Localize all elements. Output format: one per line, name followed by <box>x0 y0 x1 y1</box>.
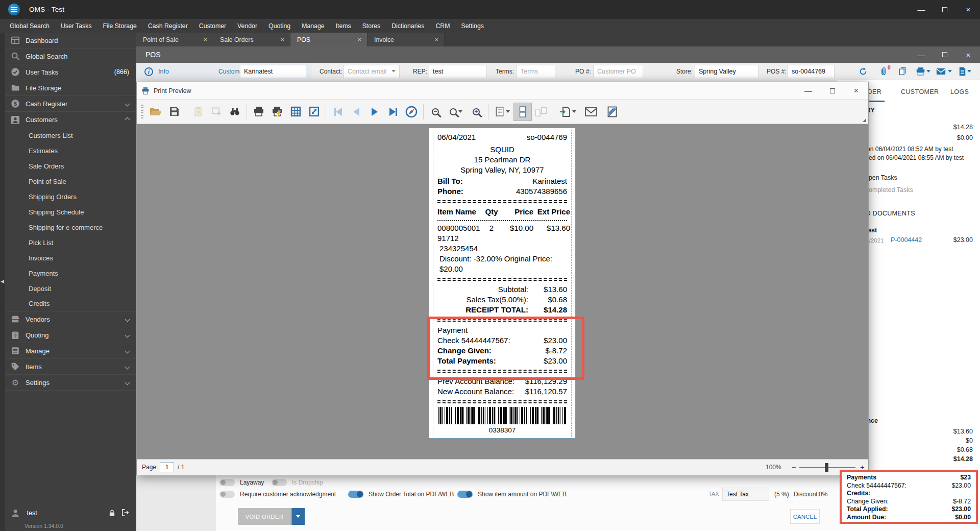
pos-number-input[interactable] <box>788 65 835 78</box>
pos-minimize-icon[interactable]: — <box>910 46 933 63</box>
sidebar-item-cash-register[interactable]: $ Cash Register <box>5 96 136 112</box>
close-tab-icon[interactable]: × <box>356 36 363 43</box>
sidebar-item-estimates[interactable]: Estimates <box>5 143 136 158</box>
quick-print-icon[interactable] <box>268 103 286 121</box>
mail-icon[interactable] <box>935 66 947 77</box>
dialog-close-icon[interactable]: × <box>844 82 868 100</box>
print-icon[interactable] <box>914 66 926 77</box>
sidebar-item-global-search[interactable]: Global Search <box>5 49 136 64</box>
document-link[interactable]: P-0004442 <box>891 236 922 244</box>
tab-logs[interactable]: LOGS <box>950 88 969 95</box>
page-view-icon[interactable] <box>491 103 513 121</box>
zoom-slider-thumb[interactable] <box>825 463 828 472</box>
close-tab-icon[interactable]: × <box>202 36 209 43</box>
export-icon[interactable] <box>556 103 579 121</box>
first-page-icon[interactable] <box>329 103 347 121</box>
logout-icon[interactable] <box>121 509 129 517</box>
menu-settings[interactable]: Settings <box>455 19 489 33</box>
next-page-icon[interactable] <box>365 103 384 121</box>
layaway-toggle[interactable] <box>219 479 235 486</box>
sidebar-item-quoting[interactable]: ? Quoting <box>5 327 136 343</box>
sidebar-item-shipping-orders[interactable]: Shipping Orders <box>5 189 136 204</box>
zoom-icon[interactable] <box>445 103 467 121</box>
sidebar-item-credits[interactable]: Credits <box>5 296 136 311</box>
sidebar-item-point-of-sale[interactable]: Point of Sale <box>5 174 136 189</box>
sidebar-item-payments[interactable]: Payments <box>5 266 136 281</box>
watermark-icon[interactable] <box>603 103 621 121</box>
minimize-icon[interactable]: — <box>910 0 933 19</box>
sidebar-collapse-rail[interactable]: ◀ <box>0 33 5 531</box>
terms-input[interactable] <box>517 65 555 78</box>
page-setup-icon[interactable] <box>207 103 226 121</box>
maximize-icon[interactable] <box>933 0 957 19</box>
close-icon[interactable]: × <box>957 0 980 19</box>
open-icon[interactable] <box>146 103 165 121</box>
facing-view-icon[interactable] <box>532 103 550 121</box>
menu-global-search[interactable]: Global Search <box>4 19 55 33</box>
tab-customer[interactable]: CUSTOMER <box>901 88 939 95</box>
clipboard-help-icon[interactable]: ? <box>189 103 207 121</box>
sidebar-item-customers-list[interactable]: Customers List <box>5 128 136 143</box>
show-order-total-toggle[interactable] <box>348 491 363 498</box>
sidebar-item-pick-list[interactable]: Pick List <box>5 235 136 250</box>
sidebar-item-items[interactable]: Items <box>5 359 136 375</box>
page-input[interactable] <box>160 462 174 472</box>
copy-icon[interactable] <box>896 66 909 77</box>
sidebar-item-settings[interactable]: ⚙ Settings <box>5 375 136 391</box>
find-icon[interactable] <box>226 103 244 121</box>
menu-file-storage[interactable]: File Storage <box>97 19 142 33</box>
sidebar-item-customers[interactable]: Customers <box>5 112 136 128</box>
sidebar-item-invoices[interactable]: Invoices <box>5 250 136 266</box>
discount-value[interactable]: 0% <box>819 491 827 498</box>
zoom-out-icon[interactable]: – <box>426 103 445 121</box>
void-order-button[interactable]: VOID ORDER <box>238 508 291 525</box>
sidebar-item-deposit[interactable]: Deposit <box>5 281 136 296</box>
completed-tasks-link[interactable]: Completed Tasks <box>864 186 913 194</box>
is-dropship-toggle[interactable] <box>272 479 287 486</box>
toolbar-overflow-handle[interactable] <box>863 118 866 122</box>
pos-restore-icon[interactable] <box>933 46 957 63</box>
tab-point-of-sale[interactable]: Point of Sale × <box>136 33 213 46</box>
tab-invoice[interactable]: Invoice × <box>368 33 445 46</box>
print-icon[interactable] <box>250 103 268 121</box>
dialog-maximize-icon[interactable] <box>820 82 844 100</box>
menu-stores[interactable]: Stores <box>357 19 386 33</box>
navigator-icon[interactable] <box>402 103 421 121</box>
sidebar-item-dashboard[interactable]: Dashboard <box>5 33 136 49</box>
menu-dictionaries[interactable]: Dictionaries <box>386 19 430 33</box>
document-dropdown-icon[interactable] <box>967 70 971 73</box>
email-icon[interactable] <box>579 103 603 121</box>
tab-pos[interactable]: POS × <box>290 33 368 46</box>
sidebar-item-shipping-ecommerce[interactable]: Shipping for e-commerce <box>5 220 136 235</box>
cancel-button[interactable]: CANCEL <box>790 509 820 524</box>
zoom-in-icon[interactable]: + <box>467 103 485 121</box>
fit-to-page-icon[interactable] <box>305 103 323 121</box>
sidebar-item-sale-orders[interactable]: Sale Orders <box>5 158 136 174</box>
tab-sale-orders[interactable]: Sale Orders × <box>213 33 290 46</box>
menu-items[interactable]: Items <box>330 19 357 33</box>
menu-user-tasks[interactable]: User Tasks <box>55 19 97 33</box>
menu-quoting[interactable]: Quoting <box>263 19 296 33</box>
sidebar-item-vendors[interactable]: Vendors <box>5 311 136 327</box>
tax-input[interactable] <box>722 488 769 501</box>
print-dropdown-icon[interactable] <box>926 70 930 73</box>
menu-crm[interactable]: CRM <box>430 19 455 33</box>
sidebar-item-file-storage[interactable]: File Storage <box>5 80 136 96</box>
refresh-icon[interactable] <box>857 66 869 77</box>
customize-grid-icon[interactable] <box>286 103 305 121</box>
mail-dropdown-icon[interactable] <box>948 70 952 73</box>
require-ack-toggle[interactable] <box>219 491 235 498</box>
sidebar-item-manage[interactable]: Manage <box>5 343 136 359</box>
void-order-dropdown[interactable] <box>291 508 305 525</box>
lock-icon[interactable] <box>109 509 115 517</box>
save-icon[interactable] <box>165 103 183 121</box>
show-item-amount-toggle[interactable] <box>457 491 473 498</box>
contact-dropdown-icon[interactable] <box>391 70 396 73</box>
menu-cash-register[interactable]: Cash Register <box>142 19 193 33</box>
sidebar-item-shipping-schedule[interactable]: Shipping Schedule <box>5 204 136 220</box>
rep-input[interactable] <box>429 65 487 78</box>
menu-manage[interactable]: Manage <box>296 19 330 33</box>
previous-page-icon[interactable] <box>347 103 365 121</box>
po-input[interactable] <box>593 65 643 78</box>
customer-input[interactable] <box>240 65 306 78</box>
